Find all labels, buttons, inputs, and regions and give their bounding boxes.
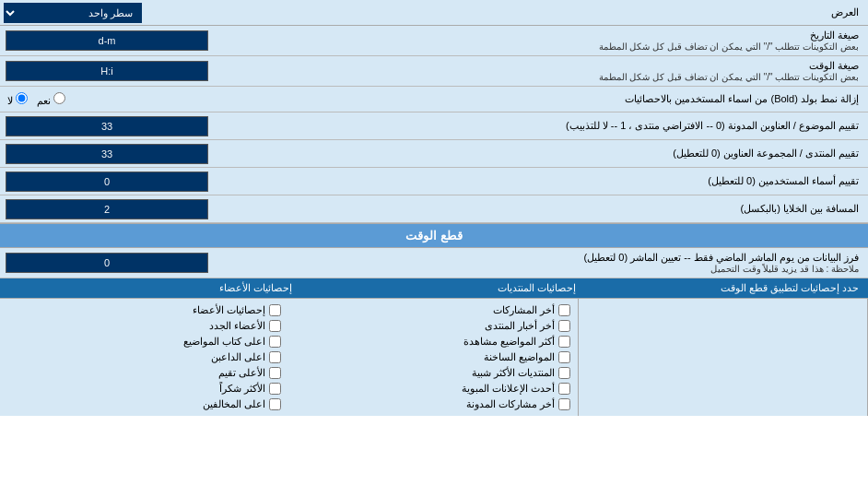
cb-top-rated[interactable] — [269, 367, 281, 379]
cb-hot-topics[interactable] — [558, 351, 570, 363]
cb-top-posters[interactable] — [269, 351, 281, 363]
bold-yes-label: نعم — [37, 92, 65, 107]
forum-rank-label: تقييم المنتدى / المجموعة العناوين (0 للت… — [240, 144, 868, 163]
date-format-input[interactable] — [6, 30, 208, 51]
stats-limit-label: حدد إحصائيات لتطبيق قطع الوقت — [576, 282, 859, 294]
bold-label: إزالة نمط بولد (Bold) من اسماء المستخدمي… — [240, 89, 868, 109]
cb-latest-classifieds[interactable] — [558, 383, 570, 395]
forum-rank-input[interactable] — [6, 144, 208, 164]
stats-forum-col-title: إحصائيات المنتديات — [292, 282, 575, 294]
cb-new-members[interactable] — [269, 320, 281, 332]
bold-no-label: لا — [7, 92, 28, 107]
time-format-label: صيغة الوقت بعض التكوينات تتطلب "/" التي … — [240, 56, 868, 86]
cb-last-posts[interactable] — [558, 304, 570, 316]
topics-rank-label: تقييم الموضوع / العناوين المدونة (0 -- ا… — [240, 116, 868, 136]
cb-blog-posts[interactable] — [558, 398, 570, 410]
cut-time-label: فرز البيانات من يوم الماشر الماضي فقط --… — [240, 248, 868, 278]
cb-top-violations[interactable] — [269, 398, 281, 410]
spacing-input[interactable] — [6, 199, 208, 219]
display-label: العرض — [240, 3, 868, 22]
users-rank-label: تقييم أسماء المستخدمين (0 للتعطيل) — [240, 172, 868, 191]
cb-similar-forums[interactable] — [558, 367, 570, 379]
bold-no-radio[interactable] — [16, 92, 28, 104]
cb-last-news[interactable] — [558, 320, 570, 332]
cb-most-thanked[interactable] — [269, 383, 281, 395]
display-select[interactable]: سطر واحد سطران ثلاثة أسطر — [4, 3, 142, 23]
cb-top-topic-writers[interactable] — [269, 336, 281, 348]
users-rank-input[interactable] — [6, 172, 208, 192]
time-format-input[interactable] — [6, 61, 208, 81]
cut-time-input[interactable] — [6, 253, 208, 273]
spacing-label: المسافة بين الخلايا (بالبكسل) — [240, 199, 868, 219]
cut-time-header: قطع الوقت — [0, 223, 868, 248]
date-format-label: صيغة التاريخ بعض التكوينات تتطلب "/" الت… — [240, 26, 868, 55]
cb-most-viewed[interactable] — [558, 336, 570, 348]
bold-yes-radio[interactable] — [53, 92, 65, 104]
topics-rank-input[interactable] — [6, 116, 208, 136]
cb-member-stats[interactable] — [269, 304, 281, 316]
stats-members-col-title: إحصائيات الأعضاء — [9, 282, 292, 294]
